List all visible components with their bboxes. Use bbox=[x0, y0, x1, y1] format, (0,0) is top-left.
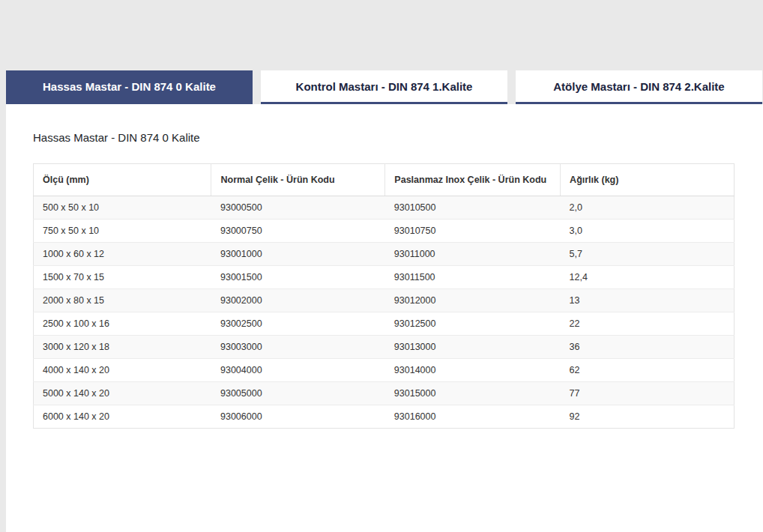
table-row: 500 x 50 x 1093000500930105002,0 bbox=[34, 196, 735, 220]
tab-bar: Hassas Mastar - DIN 874 0 KaliteKontrol … bbox=[0, 70, 763, 104]
table-cell: 93016000 bbox=[385, 405, 561, 429]
table-cell: 93013000 bbox=[385, 336, 561, 359]
table-cell: 36 bbox=[561, 336, 735, 359]
table-cell: 92 bbox=[561, 405, 735, 429]
table-cell: 500 x 50 x 10 bbox=[34, 196, 211, 220]
table-cell: 1000 x 60 x 12 bbox=[34, 243, 211, 266]
table-cell: 93001000 bbox=[211, 243, 385, 266]
tab-3[interactable]: Atölye Mastarı - DIN 874 2.Kalite bbox=[516, 70, 762, 104]
table-body: 500 x 50 x 1093000500930105002,0750 x 50… bbox=[34, 196, 735, 429]
tab-1[interactable]: Hassas Mastar - DIN 874 0 Kalite bbox=[6, 70, 253, 104]
table-row: 6000 x 140 x 20930060009301600092 bbox=[34, 405, 735, 429]
table-row: 5000 x 140 x 20930050009301500077 bbox=[34, 382, 735, 405]
table-cell: 62 bbox=[561, 359, 735, 382]
table-cell: 750 x 50 x 10 bbox=[34, 220, 211, 243]
table-cell: 93005000 bbox=[211, 382, 385, 405]
table-cell: 5000 x 140 x 20 bbox=[34, 382, 211, 405]
table-cell: 93011500 bbox=[385, 266, 561, 289]
product-table: Ölçü (mm)Normal Çelik - Ürün KoduPaslanm… bbox=[33, 163, 735, 429]
table-cell: 3,0 bbox=[561, 220, 735, 243]
table-cell: 93006000 bbox=[211, 405, 385, 429]
page-title: Hassas Mastar - DIN 874 0 Kalite bbox=[33, 131, 735, 144]
column-header: Ağırlık (kg) bbox=[561, 164, 735, 196]
table-cell: 2500 x 100 x 16 bbox=[34, 312, 211, 336]
table-cell: 2,0 bbox=[561, 196, 735, 220]
table-cell: 93002000 bbox=[211, 289, 385, 312]
table-cell: 93012500 bbox=[385, 312, 561, 336]
column-header: Normal Çelik - Ürün Kodu bbox=[211, 164, 385, 196]
table-cell: 77 bbox=[561, 382, 735, 405]
table-cell: 5,7 bbox=[561, 243, 735, 266]
table-header-row: Ölçü (mm)Normal Çelik - Ürün KoduPaslanm… bbox=[34, 164, 735, 196]
table-row: 1000 x 60 x 1293001000930110005,7 bbox=[34, 243, 735, 266]
table-cell: 93010750 bbox=[385, 220, 561, 243]
table-cell: 93002500 bbox=[211, 312, 385, 336]
table-row: 2000 x 80 x 15930020009301200013 bbox=[34, 289, 735, 312]
table-cell: 93011000 bbox=[385, 243, 561, 266]
table-row: 4000 x 140 x 20930040009301400062 bbox=[34, 359, 735, 382]
table-cell: 93000750 bbox=[211, 220, 385, 243]
table-cell: 6000 x 140 x 20 bbox=[34, 405, 211, 429]
table-row: 2500 x 100 x 16930025009301250022 bbox=[34, 312, 735, 336]
table-cell: 13 bbox=[561, 289, 735, 312]
table-row: 1500 x 70 x 15930015009301150012,4 bbox=[34, 266, 735, 289]
table-cell: 93003000 bbox=[211, 336, 385, 359]
column-header: Paslanmaz Inox Çelik - Ürün Kodu bbox=[385, 164, 561, 196]
table-cell: 4000 x 140 x 20 bbox=[34, 359, 211, 382]
table-cell: 93000500 bbox=[211, 196, 385, 220]
table-cell: 22 bbox=[561, 312, 735, 336]
table-cell: 3000 x 120 x 18 bbox=[34, 336, 211, 359]
table-cell: 2000 x 80 x 15 bbox=[34, 289, 211, 312]
content-panel: Hassas Mastar - DIN 874 0 Kalite Ölçü (m… bbox=[6, 104, 763, 532]
column-header: Ölçü (mm) bbox=[34, 164, 211, 196]
table-cell: 93012000 bbox=[385, 289, 561, 312]
table-cell: 12,4 bbox=[561, 266, 735, 289]
table-cell: 93010500 bbox=[385, 196, 561, 220]
table-row: 3000 x 120 x 18930030009301300036 bbox=[34, 336, 735, 359]
table-cell: 93014000 bbox=[385, 359, 561, 382]
table-cell: 93004000 bbox=[211, 359, 385, 382]
table-cell: 93001500 bbox=[211, 266, 385, 289]
tab-2[interactable]: Kontrol Mastarı - DIN 874 1.Kalite bbox=[261, 70, 507, 104]
table-cell: 93015000 bbox=[385, 382, 561, 405]
table-cell: 1500 x 70 x 15 bbox=[34, 266, 211, 289]
table-row: 750 x 50 x 1093000750930107503,0 bbox=[34, 220, 735, 243]
